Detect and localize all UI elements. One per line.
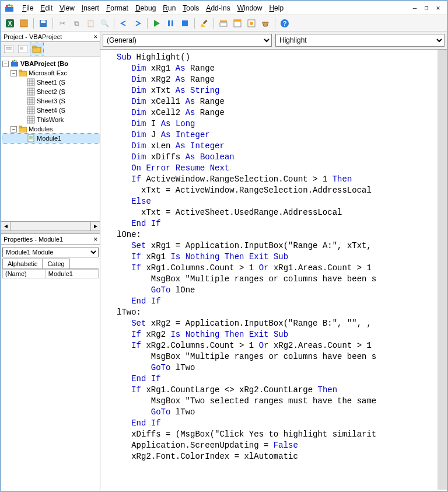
svg-point-2 bbox=[8, 4, 10, 6]
object-selector[interactable]: Module1 Module bbox=[2, 247, 99, 257]
vertical-scrollbar[interactable] bbox=[438, 50, 447, 490]
object-dropdown[interactable]: (General) bbox=[103, 34, 272, 47]
menu-run[interactable]: Run bbox=[159, 3, 179, 13]
project-tree[interactable]: − VBAProject (Bo − Microsoft Exc Sheet1 … bbox=[1, 57, 100, 221]
object-browser-icon[interactable] bbox=[245, 17, 258, 30]
worksheet-icon bbox=[27, 88, 35, 96]
tree-sheet[interactable]: Sheet2 (S bbox=[2, 87, 100, 96]
vba-project-icon bbox=[10, 60, 19, 68]
toggle-folders-icon[interactable] bbox=[30, 43, 43, 55]
view-excel-icon[interactable]: X bbox=[4, 17, 16, 30]
paste-icon[interactable]: 📋 bbox=[84, 17, 97, 30]
svg-rect-14 bbox=[220, 23, 227, 26]
menu-bar: FileEditViewInsertFormatDebugRunToolsAdd… bbox=[1, 1, 447, 15]
menu-window[interactable]: Window bbox=[234, 3, 266, 13]
project-pane-close[interactable]: ✕ bbox=[93, 33, 97, 40]
close-button[interactable]: ✕ bbox=[433, 3, 443, 13]
properties-table: (Name) Module1 bbox=[2, 269, 99, 278]
find-icon[interactable]: 🔍 bbox=[98, 17, 111, 30]
svg-rect-25 bbox=[20, 47, 23, 50]
tree-excel-folder[interactable]: − Microsoft Exc bbox=[2, 68, 100, 78]
properties-window-icon[interactable] bbox=[231, 17, 244, 30]
svg-rect-34 bbox=[27, 79, 34, 86]
collapse-icon[interactable]: − bbox=[2, 61, 9, 67]
svg-rect-27 bbox=[33, 46, 36, 48]
worksheet-icon bbox=[27, 97, 35, 105]
svg-rect-8 bbox=[41, 20, 46, 23]
menu-tools[interactable]: Tools bbox=[179, 3, 202, 13]
h-scroll-left[interactable]: ◂ bbox=[1, 222, 10, 231]
tree-sheet[interactable]: Sheet4 (S bbox=[2, 106, 100, 115]
vba-app-icon bbox=[5, 4, 14, 13]
properties-pane-close[interactable]: ✕ bbox=[93, 235, 97, 243]
tree-root[interactable]: − VBAProject (Bo bbox=[2, 59, 100, 68]
menu-insert[interactable]: Insert bbox=[78, 3, 103, 13]
project-pane-title: Project - VBAProject bbox=[4, 33, 62, 40]
copy-icon[interactable]: ⧉ bbox=[70, 17, 83, 30]
help-icon[interactable]: ? bbox=[278, 17, 291, 30]
svg-point-30 bbox=[14, 60, 16, 62]
project-pane-header: Project - VBAProject ✕ bbox=[1, 32, 100, 42]
properties-pane: Properties - Module1 ✕ Module1 Module Al… bbox=[1, 234, 100, 490]
tree-module1[interactable]: Module1 bbox=[2, 134, 100, 143]
worksheet-icon bbox=[27, 116, 35, 124]
folder-open-icon bbox=[19, 125, 27, 133]
tree-modules-folder[interactable]: − Modules bbox=[2, 124, 100, 134]
project-explorer-icon[interactable] bbox=[217, 17, 230, 30]
undo-icon[interactable] bbox=[117, 17, 130, 30]
design-mode-icon[interactable] bbox=[198, 17, 211, 30]
view-object-icon[interactable] bbox=[16, 43, 29, 55]
svg-rect-28 bbox=[11, 62, 18, 67]
folder-open-icon bbox=[19, 69, 27, 77]
menu-debug[interactable]: Debug bbox=[132, 3, 159, 13]
menu-format[interactable]: Format bbox=[103, 3, 132, 13]
toolbox-icon[interactable] bbox=[259, 17, 272, 30]
menu-help[interactable]: Help bbox=[265, 3, 287, 13]
run-icon[interactable] bbox=[150, 17, 163, 30]
tab-categorized[interactable]: Categ bbox=[42, 259, 69, 268]
code-editor[interactable]: Sub Highlight() Dim xRg1 As Range Dim xR… bbox=[100, 50, 447, 490]
redo-icon[interactable] bbox=[131, 17, 144, 30]
view-code-icon[interactable] bbox=[2, 43, 15, 55]
project-toolbar bbox=[1, 42, 100, 57]
menu-file[interactable]: File bbox=[19, 3, 37, 13]
worksheet-icon bbox=[27, 78, 35, 86]
h-scroll-right[interactable]: ▸ bbox=[90, 222, 100, 231]
svg-rect-33 bbox=[19, 70, 22, 72]
main-toolbar: X ✂ ⧉ 📋 🔍 ? bbox=[1, 15, 447, 32]
module-icon bbox=[27, 134, 35, 142]
procedure-dropdown[interactable]: Highlight bbox=[275, 34, 444, 47]
worksheet-icon bbox=[27, 106, 35, 114]
properties-pane-title: Properties - Module1 bbox=[4, 236, 63, 243]
collapse-icon[interactable]: − bbox=[10, 70, 17, 76]
insert-module-icon[interactable] bbox=[18, 17, 30, 30]
pause-icon[interactable] bbox=[164, 17, 177, 30]
tree-sheet[interactable]: Sheet1 (S bbox=[2, 78, 100, 87]
svg-rect-16 bbox=[234, 20, 241, 22]
save-icon[interactable] bbox=[37, 17, 50, 30]
svg-rect-6 bbox=[20, 20, 27, 27]
svg-rect-12 bbox=[203, 19, 208, 24]
svg-rect-13 bbox=[220, 20, 227, 22]
tree-sheet[interactable]: Sheet3 (S bbox=[2, 96, 100, 106]
restore-button[interactable]: ❐ bbox=[421, 3, 432, 13]
tab-alphabetic[interactable]: Alphabetic bbox=[2, 259, 43, 268]
svg-rect-60 bbox=[19, 126, 22, 128]
menu-add-ins[interactable]: Add-Ins bbox=[202, 3, 233, 13]
svg-point-3 bbox=[10, 5, 13, 7]
minimize-button[interactable]: – bbox=[410, 3, 420, 13]
menu-view[interactable]: View bbox=[56, 3, 78, 13]
svg-point-1 bbox=[6, 5, 8, 7]
prop-row-name[interactable]: (Name) Module1 bbox=[3, 270, 99, 278]
svg-text:X: X bbox=[8, 20, 12, 27]
menu-edit[interactable]: Edit bbox=[37, 3, 56, 13]
tree-sheet[interactable]: ThisWork bbox=[2, 115, 100, 124]
cut-icon[interactable]: ✂ bbox=[56, 17, 69, 30]
svg-rect-44 bbox=[27, 97, 34, 104]
collapse-icon[interactable]: − bbox=[10, 126, 17, 132]
svg-rect-11 bbox=[182, 20, 188, 26]
stop-icon[interactable] bbox=[178, 17, 191, 30]
svg-point-18 bbox=[250, 22, 253, 25]
svg-rect-54 bbox=[27, 116, 34, 123]
svg-point-31 bbox=[16, 61, 18, 62]
